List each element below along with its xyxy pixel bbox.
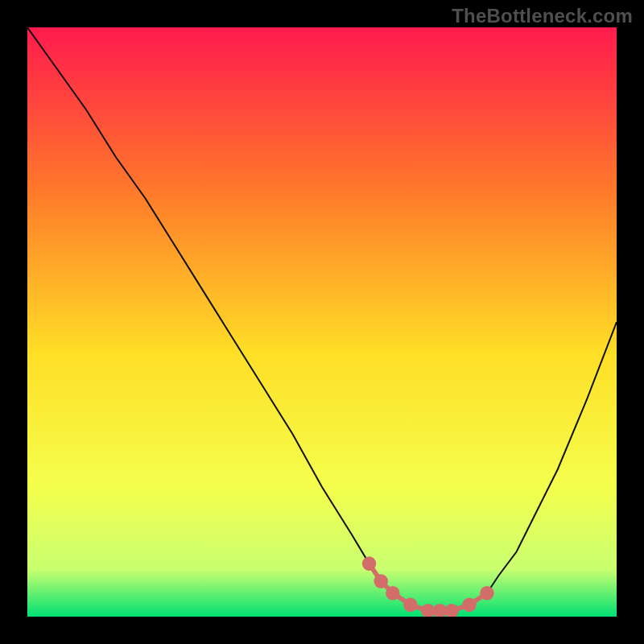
watermark-text: TheBottleneck.com xyxy=(452,5,633,27)
plot-svg xyxy=(27,27,617,617)
chart-stage: TheBottleneck.com xyxy=(0,0,644,644)
plot-area xyxy=(27,27,617,617)
